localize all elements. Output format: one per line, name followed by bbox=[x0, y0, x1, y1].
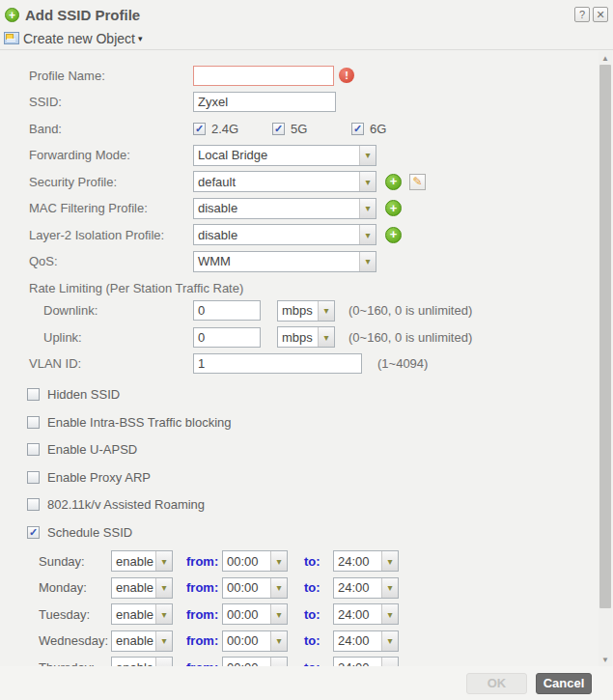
monday-from-select[interactable]: 00:00 ▾ bbox=[222, 577, 288, 599]
add-mac-filtering-profile-button[interactable]: + bbox=[385, 200, 402, 216]
forwarding-mode-row: Forwarding Mode: Local Bridge ▾ bbox=[29, 145, 597, 166]
select-value: 24:00 bbox=[334, 633, 374, 648]
band-checkbox-6g[interactable]: ✓ 6G bbox=[351, 122, 431, 136]
form-scroll-area: Profile Name: ! SSID: Band: ✓ 2.4G ✓ 5G … bbox=[0, 51, 597, 666]
checkbox-icon: ✓ bbox=[272, 123, 285, 135]
qos-label: QoS: bbox=[29, 254, 193, 268]
u-apsd-checkbox[interactable]: ✓ Enable U-APSD bbox=[27, 440, 597, 460]
select-value: 24:00 bbox=[334, 580, 374, 595]
security-profile-label: Security Profile: bbox=[29, 175, 193, 189]
band-checkbox-2-4g[interactable]: ✓ 2.4G bbox=[193, 122, 272, 136]
select-value: enable bbox=[112, 580, 155, 595]
chevron-down-icon: ▾ bbox=[270, 578, 287, 598]
to-label: to: bbox=[304, 554, 325, 569]
schedule-row-thursday: Thursday: enable ▾ from: 00:00 ▾ to: 24:… bbox=[29, 657, 597, 666]
chevron-down-icon: ▾ bbox=[359, 199, 376, 218]
wednesday-to-select[interactable]: 24:00 ▾ bbox=[333, 630, 399, 652]
downlink-input[interactable] bbox=[193, 300, 261, 321]
scrollbar-thumb[interactable] bbox=[599, 65, 611, 608]
vertical-scrollbar[interactable]: ▲ ▼ bbox=[599, 51, 612, 666]
dialog-titlebar: + Add SSID Profile ? ✕ bbox=[0, 0, 613, 27]
chevron-down-icon: ▾ bbox=[359, 225, 376, 244]
thursday-from-select[interactable]: 00:00 ▾ bbox=[222, 657, 288, 666]
edit-security-profile-button[interactable]: ✎ bbox=[409, 174, 426, 190]
assisted-roaming-checkbox[interactable]: ✓ 802.11k/v Assisted Roaming bbox=[27, 495, 597, 515]
hidden-ssid-checkbox[interactable]: ✓ Hidden SSID bbox=[27, 385, 597, 405]
wednesday-from-select[interactable]: 00:00 ▾ bbox=[222, 630, 288, 652]
uplink-hint: (0~160, 0 is unlimited) bbox=[348, 330, 472, 345]
vlan-id-hint: (1~4094) bbox=[377, 356, 428, 371]
vlan-id-label: VLAN ID: bbox=[29, 356, 193, 371]
uplink-label: Uplink: bbox=[43, 330, 193, 345]
ssid-row: SSID: bbox=[29, 92, 597, 113]
uplink-input[interactable] bbox=[193, 327, 261, 348]
day-label: Tuesday: bbox=[39, 607, 111, 622]
tuesday-from-select[interactable]: 00:00 ▾ bbox=[222, 603, 288, 625]
add-layer2-isolation-profile-button[interactable]: + bbox=[385, 227, 402, 243]
schedule-row-monday: Monday: enable ▾ from: 00:00 ▾ to: 24:00… bbox=[29, 577, 597, 599]
forwarding-mode-label: Forwarding Mode: bbox=[29, 148, 193, 162]
downlink-hint: (0~160, 0 is unlimited) bbox=[348, 303, 472, 318]
dialog-footer: OK Cancel bbox=[0, 666, 613, 700]
from-label: from: bbox=[186, 580, 222, 595]
wednesday-mode-select[interactable]: enable ▾ bbox=[111, 630, 173, 652]
proxy-arp-checkbox[interactable]: ✓ Enable Proxy ARP bbox=[27, 467, 597, 487]
cancel-button[interactable]: Cancel bbox=[536, 673, 592, 694]
ssid-input[interactable] bbox=[193, 92, 336, 112]
select-value: disable bbox=[194, 228, 241, 242]
downlink-unit-select[interactable]: mbps ▾ bbox=[277, 300, 335, 322]
scroll-down-icon[interactable]: ▼ bbox=[599, 655, 612, 666]
downlink-row: Downlink: mbps ▾ (0~160, 0 is unlimited) bbox=[29, 300, 597, 322]
ok-button[interactable]: OK bbox=[466, 673, 527, 694]
ssid-label: SSID: bbox=[29, 95, 193, 109]
select-value: enable bbox=[112, 633, 155, 648]
checkbox-icon: ✓ bbox=[27, 471, 40, 484]
security-profile-select[interactable]: default ▾ bbox=[193, 171, 376, 192]
add-security-profile-button[interactable]: + bbox=[385, 174, 402, 190]
chevron-down-icon: ▾ bbox=[381, 578, 398, 598]
dialog-title: Add SSID Profile bbox=[25, 7, 140, 23]
checkbox-label: 802.11k/v Assisted Roaming bbox=[47, 497, 205, 512]
help-button[interactable]: ? bbox=[574, 7, 590, 22]
downlink-label: Downlink: bbox=[43, 303, 193, 318]
to-label: to: bbox=[304, 607, 325, 622]
sunday-mode-select[interactable]: enable ▾ bbox=[111, 550, 173, 572]
vlan-id-input[interactable] bbox=[193, 353, 362, 374]
uplink-unit-select[interactable]: mbps ▾ bbox=[277, 326, 335, 348]
monday-mode-select[interactable]: enable ▾ bbox=[111, 577, 173, 599]
mac-filtering-profile-select[interactable]: disable ▾ bbox=[193, 198, 376, 219]
intra-bss-blocking-checkbox[interactable]: ✓ Enable Intra-BSS Traffic blocking bbox=[27, 412, 597, 432]
select-value: enable bbox=[112, 554, 155, 569]
uplink-row: Uplink: mbps ▾ (0~160, 0 is unlimited) bbox=[29, 326, 597, 348]
schedule-ssid-checkbox[interactable]: ✓ Schedule SSID bbox=[27, 522, 597, 542]
profile-name-input[interactable] bbox=[193, 66, 334, 86]
tuesday-to-select[interactable]: 24:00 ▾ bbox=[333, 603, 399, 625]
from-label: from: bbox=[186, 554, 222, 569]
layer2-isolation-profile-select[interactable]: disable ▾ bbox=[193, 224, 376, 245]
thursday-to-select[interactable]: 24:00 ▾ bbox=[333, 657, 399, 666]
band-checkbox-5g[interactable]: ✓ 5G bbox=[272, 122, 351, 136]
chevron-down-icon: ▾ bbox=[138, 34, 143, 43]
chevron-down-icon: ▾ bbox=[359, 146, 376, 165]
checkbox-label: Hidden SSID bbox=[47, 387, 120, 402]
forwarding-mode-select[interactable]: Local Bridge ▾ bbox=[193, 145, 376, 166]
sunday-from-select[interactable]: 00:00 ▾ bbox=[222, 550, 288, 572]
rate-limiting-section-label: Rate Limiting (Per Station Traffic Rate) bbox=[29, 280, 597, 297]
chevron-down-icon: ▾ bbox=[155, 551, 172, 571]
close-button[interactable]: ✕ bbox=[593, 7, 608, 22]
chevron-down-icon: ▾ bbox=[270, 631, 287, 651]
sunday-to-select[interactable]: 24:00 ▾ bbox=[333, 550, 399, 572]
chevron-down-icon: ▾ bbox=[155, 631, 172, 651]
band-option-label: 6G bbox=[370, 122, 386, 136]
select-value: mbps bbox=[278, 330, 317, 345]
select-value: Local Bridge bbox=[194, 148, 271, 162]
create-new-object-button[interactable]: Create new Object ▾ bbox=[23, 31, 142, 46]
checkbox-icon: ✓ bbox=[27, 526, 40, 539]
monday-to-select[interactable]: 24:00 ▾ bbox=[333, 577, 399, 599]
thursday-mode-select[interactable]: enable ▾ bbox=[111, 657, 173, 666]
chevron-down-icon: ▾ bbox=[381, 604, 398, 624]
qos-select[interactable]: WMM ▾ bbox=[193, 251, 376, 272]
security-profile-row: Security Profile: default ▾ + ✎ bbox=[29, 171, 597, 192]
scroll-up-icon[interactable]: ▲ bbox=[599, 53, 612, 65]
tuesday-mode-select[interactable]: enable ▾ bbox=[111, 603, 173, 625]
